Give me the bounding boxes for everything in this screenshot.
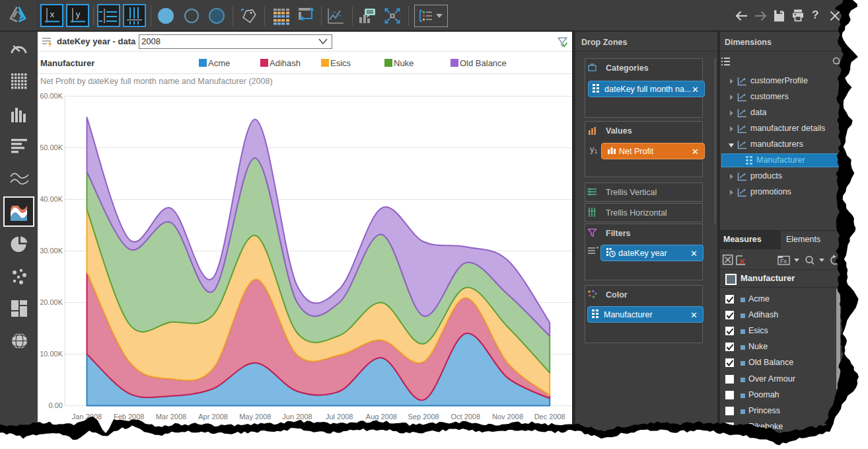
svg-text:Jul 2008: Jul 2008 [326, 413, 353, 421]
svg-text:60.00K: 60.00K [40, 92, 63, 100]
svg-text:Dec 2008: Dec 2008 [534, 413, 565, 421]
svg-text:Jun 2008: Jun 2008 [282, 413, 312, 421]
svg-text:Sep 2008: Sep 2008 [408, 413, 439, 421]
svg-text:Mar 2008: Mar 2008 [156, 413, 186, 421]
svg-text:Nov 2008: Nov 2008 [492, 413, 523, 421]
svg-text:Apr 2008: Apr 2008 [198, 413, 228, 421]
svg-text:Feb 2008: Feb 2008 [114, 413, 144, 421]
svg-text:50.00K: 50.00K [40, 143, 63, 151]
svg-text:Oct 2008: Oct 2008 [451, 413, 480, 421]
svg-text:May 2008: May 2008 [239, 413, 271, 421]
svg-text:x: x [50, 9, 55, 19]
svg-text:20.00K: 20.00K [40, 298, 63, 306]
svg-text:10.00K: 10.00K [40, 350, 63, 358]
svg-text:30.00K: 30.00K [40, 247, 63, 255]
svg-text:y: y [76, 9, 81, 19]
svg-text:Fx: Fx [780, 258, 787, 265]
svg-text:Aug 2008: Aug 2008 [366, 413, 397, 421]
svg-text:40.00K: 40.00K [40, 195, 63, 203]
svg-text:0.00: 0.00 [49, 401, 63, 409]
svg-text:Jan 2008: Jan 2008 [72, 413, 102, 421]
